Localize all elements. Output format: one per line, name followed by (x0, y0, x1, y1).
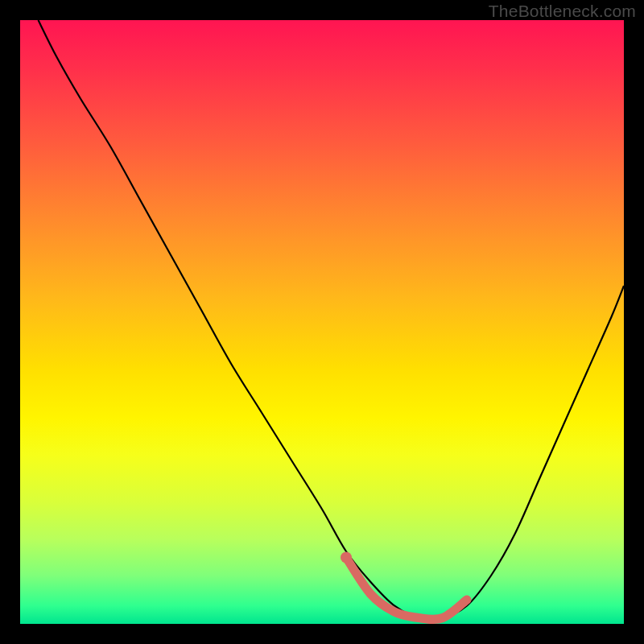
watermark-text: TheBottleneck.com (489, 2, 636, 21)
chart-frame: TheBottleneck.com (0, 0, 644, 644)
highlight-segment (346, 558, 467, 620)
main-curve (39, 20, 625, 619)
curve-layer (20, 20, 624, 624)
highlight-dot (341, 552, 352, 564)
plot-area (20, 20, 624, 624)
